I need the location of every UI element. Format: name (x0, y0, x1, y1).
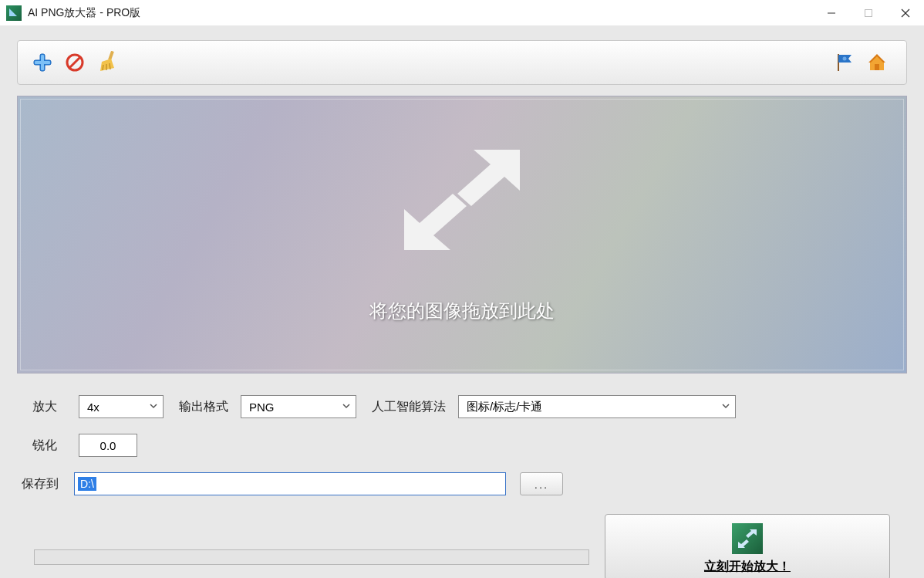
browse-label: ... (535, 478, 549, 491)
save-to-label: 保存到 (22, 476, 66, 492)
sharpen-value: 0.0 (100, 439, 116, 452)
flag-button[interactable] (831, 49, 858, 76)
format-label: 输出格式 (179, 399, 228, 415)
svg-marker-20 (738, 539, 749, 548)
format-value: PNG (249, 401, 342, 414)
home-icon (867, 52, 887, 73)
client-area: 将您的图像拖放到此处 放大 4x 输出格式 PNG 人工智能算法 图标/标志/卡… (0, 26, 924, 578)
algo-value: 图标/标志/卡通 (467, 400, 721, 414)
dropzone-hint: 将您的图像拖放到此处 (369, 299, 555, 323)
svg-line-9 (69, 57, 80, 68)
titlebar: AI PNG放大器 - PRO版 (0, 0, 924, 26)
home-button[interactable] (863, 49, 891, 76)
app-icon (6, 5, 22, 21)
dropzone[interactable]: 将您的图像拖放到此处 (17, 96, 907, 374)
save-path-value: D:\ (78, 477, 96, 491)
expand-arrow-icon (400, 146, 524, 254)
forbid-button[interactable] (61, 49, 89, 76)
svg-rect-16 (875, 64, 879, 70)
add-button[interactable] (29, 49, 56, 76)
start-button-label: 立刻开始放大！ (704, 559, 791, 575)
svg-rect-1 (865, 9, 872, 16)
chevron-down-icon (721, 401, 730, 413)
svg-rect-7 (35, 61, 50, 64)
svg-marker-19 (746, 529, 757, 538)
svg-marker-17 (457, 150, 520, 206)
magnify-select[interactable]: 4x (79, 395, 164, 418)
broom-icon (97, 51, 117, 74)
svg-point-15 (843, 57, 847, 61)
sharpen-input[interactable]: 0.0 (79, 434, 137, 457)
controls-panel: 放大 4x 输出格式 PNG 人工智能算法 图标/标志/卡通 锐化 0.0 (17, 395, 907, 495)
maximize-button (850, 0, 887, 26)
add-icon (32, 52, 52, 73)
svg-marker-18 (404, 194, 467, 250)
progress-bar (34, 549, 589, 565)
format-select[interactable]: PNG (241, 395, 356, 418)
forbid-icon (66, 53, 84, 72)
close-button[interactable] (887, 0, 924, 26)
sharpen-label: 锐化 (32, 438, 71, 454)
algo-label: 人工智能算法 (372, 399, 446, 415)
save-path-input[interactable]: D:\ (74, 472, 506, 495)
browse-button[interactable]: ... (520, 472, 563, 495)
window-title: AI PNG放大器 - PRO版 (28, 6, 140, 20)
minimize-button[interactable] (813, 0, 850, 26)
algo-select[interactable]: 图标/标志/卡通 (458, 395, 736, 418)
magnify-label: 放大 (32, 399, 71, 415)
main-toolbar (17, 40, 907, 85)
start-icon (732, 523, 763, 554)
clear-button[interactable] (93, 49, 121, 76)
start-button[interactable]: 立刻开始放大！ (605, 514, 890, 578)
chevron-down-icon (342, 401, 351, 413)
chevron-down-icon (149, 401, 158, 413)
flag-icon (835, 52, 855, 73)
magnify-value: 4x (87, 401, 149, 414)
